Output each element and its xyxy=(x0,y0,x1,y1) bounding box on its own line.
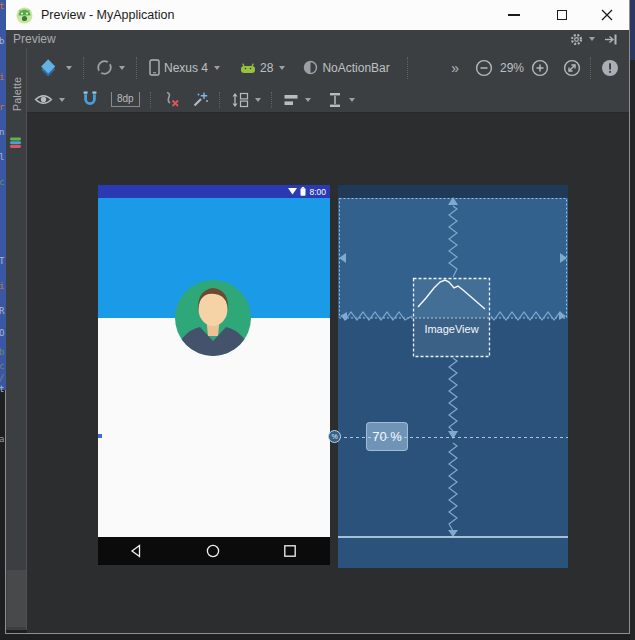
design-view[interactable]: 8:00 xyxy=(98,185,330,565)
close-button[interactable] xyxy=(592,4,622,26)
design-toolbar-constraints: 8dp xyxy=(27,87,630,113)
maximize-button[interactable] xyxy=(547,4,577,26)
pack-icon xyxy=(231,92,249,108)
default-margin-value: 8dp xyxy=(111,92,140,107)
chevron-down-icon xyxy=(305,98,311,102)
chevron-down-icon xyxy=(349,98,355,102)
render-errors-button[interactable] xyxy=(598,57,622,79)
palette-tab-label: Palette xyxy=(11,77,23,111)
gear-menu-caret[interactable] xyxy=(589,37,595,41)
stripe-footer-block xyxy=(7,570,26,627)
zoom-out-icon xyxy=(475,59,493,77)
api-level-label: 28 xyxy=(260,61,273,75)
magic-wand-icon xyxy=(192,91,209,108)
nav-home-icon xyxy=(206,544,220,558)
nav-back-icon xyxy=(129,544,143,558)
code-sliver-char: n xyxy=(0,127,4,137)
theme-icon xyxy=(303,60,318,75)
guideline-handle[interactable]: % xyxy=(328,430,341,443)
code-sliver-char: c xyxy=(0,361,4,371)
chevron-down-icon xyxy=(59,98,65,102)
theme-label: NoActionBar xyxy=(322,61,389,75)
overflow-chevrons-icon: » xyxy=(451,60,459,76)
autoconnect-toggle[interactable] xyxy=(78,89,102,110)
status-bar: 8:00 xyxy=(98,185,330,198)
gear-icon[interactable] xyxy=(569,32,584,47)
zoom-in-button[interactable] xyxy=(528,57,552,79)
orientation-button[interactable] xyxy=(93,57,128,78)
navigation-bar xyxy=(98,537,330,565)
hide-panel-icon[interactable] xyxy=(604,33,618,46)
chevron-down-icon xyxy=(214,66,220,70)
code-sliver-char: t xyxy=(0,1,4,11)
device-selector[interactable]: Nexus 4 xyxy=(146,57,223,78)
device-label: Nexus 4 xyxy=(164,61,208,75)
wifi-icon xyxy=(288,188,297,195)
chevron-down-icon xyxy=(279,66,285,70)
code-sliver-char: i xyxy=(0,281,4,291)
divider xyxy=(219,92,221,108)
divider xyxy=(407,57,409,79)
pack-button[interactable] xyxy=(228,90,264,110)
android-icon xyxy=(240,62,256,74)
layers-icon xyxy=(40,58,60,77)
status-time: 8:00 xyxy=(309,187,326,197)
zoom-to-fit-icon xyxy=(563,59,581,77)
background-window-top xyxy=(630,0,635,60)
code-sliver-char: R xyxy=(0,306,4,316)
orientation-icon xyxy=(96,59,113,76)
phone-icon xyxy=(149,59,160,76)
expand-distribute-button[interactable] xyxy=(324,90,358,110)
code-sliver-char: / xyxy=(0,373,4,383)
zoom-level-label: 29% xyxy=(500,61,524,75)
view-options-button[interactable] xyxy=(31,91,68,108)
chevron-down-icon xyxy=(255,98,261,102)
battery-icon xyxy=(300,187,306,196)
guideline-edge-tick xyxy=(98,434,102,438)
zoom-to-fit-button[interactable] xyxy=(560,57,584,79)
clear-constraints-button[interactable] xyxy=(159,89,183,110)
background-window-bottom xyxy=(630,60,635,640)
blueprint-view[interactable]: ImageView 70 % xyxy=(338,185,568,568)
code-sliver-char: O xyxy=(0,328,4,338)
tool-stripe: Palette xyxy=(6,48,27,630)
code-editor-sliver: tbirnlcTiRObc/tar xyxy=(0,0,6,640)
code-sliver-char: r xyxy=(0,102,4,112)
tool-window-header: Preview xyxy=(6,30,630,48)
zoom-in-icon xyxy=(531,59,549,77)
distribute-vertical-icon xyxy=(327,92,343,108)
warning-icon xyxy=(601,59,619,77)
chevron-down-icon xyxy=(119,66,125,70)
android-studio-preview-window: tbirnlcTiRObc/tar Preview - MyApplicatio… xyxy=(0,0,635,640)
nav-recents-icon xyxy=(283,544,297,558)
infer-constraints-button[interactable] xyxy=(189,89,212,110)
overflow-button[interactable]: » xyxy=(448,58,462,78)
maximize-icon xyxy=(557,10,567,20)
align-icon xyxy=(283,92,299,108)
constraint-overlay xyxy=(338,185,568,568)
align-button[interactable] xyxy=(280,90,314,110)
magnet-icon xyxy=(81,91,99,108)
divider xyxy=(83,57,85,79)
zoom-out-button[interactable] xyxy=(472,57,496,79)
design-surface-mode-button[interactable] xyxy=(37,56,75,79)
eye-icon xyxy=(34,93,53,106)
imageview-widget-label[interactable]: ImageView xyxy=(413,323,490,335)
code-sliver-char: t xyxy=(0,384,4,394)
divider xyxy=(590,57,592,79)
divider xyxy=(136,57,138,79)
clear-constraints-icon xyxy=(162,91,180,108)
code-sliver-char: c xyxy=(0,177,4,187)
guideline-percent-badge[interactable]: 70 % xyxy=(366,422,408,451)
code-sliver-char: b xyxy=(0,347,4,357)
api-level-selector[interactable]: 28 xyxy=(237,59,288,77)
title-bar: Preview - MyApplication xyxy=(6,0,630,30)
theme-selector[interactable]: NoActionBar xyxy=(300,58,392,77)
divider xyxy=(150,92,152,108)
code-sliver-char: l xyxy=(0,152,4,162)
default-margin-button[interactable]: 8dp xyxy=(108,90,143,109)
minimize-button[interactable] xyxy=(499,4,529,26)
palette-tab[interactable]: Palette xyxy=(6,48,27,158)
code-sliver-char: ar xyxy=(0,434,6,444)
design-surface[interactable]: 8:00 xyxy=(27,113,630,633)
